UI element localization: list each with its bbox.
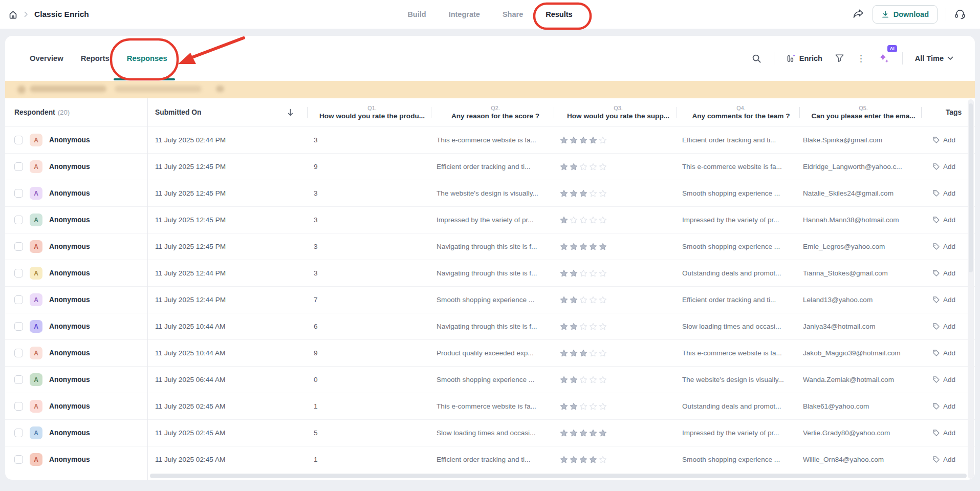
row-checkbox[interactable]	[14, 295, 23, 304]
row-checkbox[interactable]	[14, 216, 23, 224]
star-filled-icon	[579, 136, 587, 144]
table-row[interactable]: A Anonymous 11 July 2025 12:45 PM 3 Impr…	[5, 206, 975, 233]
star-empty-icon	[579, 216, 587, 224]
row-checkbox[interactable]	[14, 136, 23, 144]
row-checkbox[interactable]	[14, 455, 23, 464]
column-q3[interactable]: Q3. How would you rate the supp...	[554, 98, 677, 126]
column-q5[interactable]: Q5. Can you please enter the ema...	[799, 98, 921, 126]
row-checkbox[interactable]	[14, 429, 23, 437]
add-tag-label: Add	[943, 163, 955, 170]
submitted-on-value: 11 July 2025 02:45 AM	[147, 446, 307, 473]
table-row[interactable]: A Anonymous 11 July 2025 12:44 PM 7 Smoo…	[5, 286, 975, 313]
row-checkbox[interactable]	[14, 375, 23, 384]
add-tag-label: Add	[943, 296, 955, 304]
respondent-name: Anonymous	[49, 349, 90, 357]
row-checkbox[interactable]	[14, 269, 23, 277]
column-q4[interactable]: Q4. Any comments for the team ?	[677, 98, 799, 126]
star-empty-icon	[579, 296, 587, 304]
submitted-on-value: 11 July 2025 12:45 PM	[147, 154, 307, 180]
add-tag-button[interactable]: Add	[921, 180, 975, 206]
q4-answer-text: Smooth shopping experience ...	[677, 180, 799, 206]
tab-overview[interactable]: Overview	[30, 54, 63, 62]
nav-share[interactable]: Share	[503, 10, 523, 18]
star-empty-icon	[589, 216, 597, 224]
add-tag-button[interactable]: Add	[921, 233, 975, 260]
add-tag-button[interactable]: Add	[921, 340, 975, 366]
respondent-name: Anonymous	[49, 269, 90, 277]
add-tag-button[interactable]: Add	[921, 313, 975, 339]
q3-star-rating	[554, 367, 677, 393]
add-tag-label: Add	[943, 456, 955, 463]
q3-star-rating	[554, 207, 677, 233]
row-checkbox[interactable]	[14, 402, 23, 411]
table-row[interactable]: A Anonymous 11 July 2025 06:44 AM 0 Smoo…	[5, 366, 975, 393]
row-checkbox[interactable]	[14, 242, 23, 251]
table-row[interactable]: A Anonymous 11 July 2025 10:44 AM 6 Navi…	[5, 313, 975, 339]
filter-icon[interactable]	[835, 54, 844, 63]
download-icon	[881, 10, 889, 18]
add-tag-button[interactable]: Add	[921, 393, 975, 419]
row-checkbox[interactable]	[14, 162, 23, 171]
row-checkbox[interactable]	[14, 349, 23, 357]
more-options-icon[interactable]: ⋮	[857, 54, 865, 63]
table-row[interactable]: A Anonymous 11 July 2025 02:44 PM 3 This…	[5, 126, 975, 153]
q1-rating-value: 1	[307, 393, 431, 419]
add-tag-button[interactable]: Add	[921, 367, 975, 393]
support-headset-icon[interactable]	[954, 9, 966, 20]
submitted-on-value: 11 July 2025 10:44 AM	[147, 340, 307, 366]
share-forward-icon[interactable]	[852, 9, 864, 20]
add-tag-button[interactable]: Add	[921, 446, 975, 473]
add-tag-button[interactable]: Add	[921, 420, 975, 446]
table-row[interactable]: A Anonymous 11 July 2025 02:45 AM 1 This…	[5, 393, 975, 419]
add-tag-button[interactable]: Add	[921, 154, 975, 180]
column-tags[interactable]: Tags	[921, 98, 975, 126]
column-q1[interactable]: Q1. How would you rate the produ...	[307, 98, 431, 126]
add-tag-button[interactable]: Add	[921, 287, 975, 313]
tab-responses[interactable]: Responses	[127, 54, 167, 62]
ai-assistant-button[interactable]: AI	[878, 52, 890, 65]
q1-rating-value: 9	[307, 340, 431, 366]
row-checkbox[interactable]	[14, 189, 23, 198]
table-row[interactable]: A Anonymous 11 July 2025 12:44 PM 3 Navi…	[5, 260, 975, 286]
search-icon[interactable]	[752, 54, 761, 63]
download-button[interactable]: Download	[873, 5, 938, 24]
q2-answer-text: Efficient order tracking and ti...	[431, 154, 554, 180]
add-tag-button[interactable]: Add	[921, 260, 975, 286]
vertical-scrollbar-thumb[interactable]	[969, 103, 973, 272]
table-row[interactable]: A Anonymous 11 July 2025 02:45 AM 5 Slow…	[5, 419, 975, 446]
avatar: A	[30, 134, 42, 146]
respondent-name: Anonymous	[49, 296, 90, 304]
nav-build[interactable]: Build	[407, 10, 426, 18]
nav-results[interactable]: Results	[546, 10, 572, 18]
add-tag-button[interactable]: Add	[921, 207, 975, 233]
star-filled-icon	[570, 189, 578, 198]
q3-star-rating	[554, 180, 677, 206]
table-row[interactable]: A Anonymous 11 July 2025 12:45 PM 3 Navi…	[5, 233, 975, 260]
row-checkbox[interactable]	[14, 322, 23, 331]
table-row[interactable]: A Anonymous 11 July 2025 10:44 AM 9 Prod…	[5, 339, 975, 366]
tab-reports[interactable]: Reports	[81, 54, 110, 62]
avatar: A	[30, 160, 42, 173]
add-tag-button[interactable]: Add	[921, 127, 975, 153]
q5-email-value: Willie_Orn84@yahoo.com	[799, 446, 921, 473]
star-filled-icon	[570, 296, 578, 304]
nav-integrate[interactable]: Integrate	[449, 10, 480, 18]
enrich-button[interactable]: Enrich	[787, 54, 822, 63]
column-q2[interactable]: Q2. Any reason for the score ?	[431, 98, 554, 126]
submitted-on-header-label: Submitted On	[155, 109, 201, 116]
table-row[interactable]: A Anonymous 11 July 2025 12:45 PM 3 The …	[5, 180, 975, 206]
divider	[774, 52, 774, 65]
q4-answer-text: Impressed by the variety of pr...	[677, 420, 799, 446]
time-filter-dropdown[interactable]: All Time	[915, 54, 953, 62]
column-submitted-on[interactable]: Submitted On	[147, 98, 307, 126]
table-row[interactable]: A Anonymous 11 July 2025 12:45 PM 9 Effi…	[5, 153, 975, 180]
home-icon[interactable]	[8, 10, 18, 19]
respondent-name: Anonymous	[49, 323, 90, 330]
table-row[interactable]: A Anonymous 11 July 2025 02:45 AM 1 Effi…	[5, 446, 975, 473]
horizontal-scrollbar-thumb[interactable]	[150, 474, 967, 478]
column-respondent[interactable]: Respondent (20)	[5, 98, 147, 126]
q1-rating-value: 0	[307, 367, 431, 393]
q2-answer-text: Navigating through this site is f...	[431, 313, 554, 339]
add-tag-label: Add	[943, 349, 955, 357]
sort-descending-icon[interactable]	[287, 109, 294, 116]
